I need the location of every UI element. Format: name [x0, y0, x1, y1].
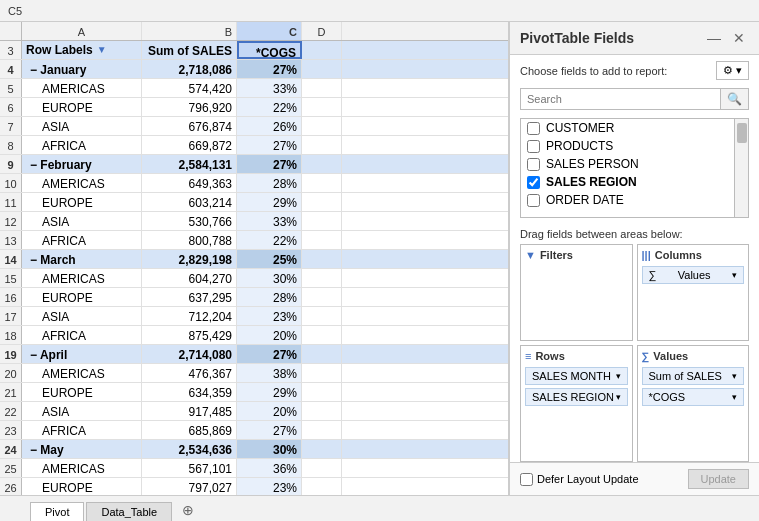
table-row: 26 EUROPE 797,027 23%	[0, 478, 508, 495]
field-checkbox[interactable]	[527, 122, 540, 135]
cell-d-25	[302, 459, 342, 477]
columns-dropdown-icon: ▾	[732, 270, 737, 280]
table-row: 22 ASIA 917,485 20%	[0, 402, 508, 421]
row-num-11: 11	[0, 193, 22, 211]
row-3-num: 3	[0, 41, 22, 59]
row-num-16: 16	[0, 288, 22, 306]
table-row: 5 AMERICAS 574,420 33%	[0, 79, 508, 98]
cell-a-24: − May	[22, 440, 142, 458]
tab-bar: Pivot Data_Table ⊕	[0, 495, 759, 521]
cell-d-12	[302, 212, 342, 230]
row-num-23: 23	[0, 421, 22, 439]
tab-pivot[interactable]: Pivot	[30, 502, 84, 521]
tab-add-button[interactable]: ⊕	[174, 499, 202, 521]
table-row: 6 EUROPE 796,920 22%	[0, 98, 508, 117]
filters-label: Filters	[540, 249, 573, 261]
values-sum-sales-item[interactable]: Sum of SALES ▾	[642, 367, 745, 385]
cell-b-16: 637,295	[142, 288, 237, 306]
row-num-24: 24	[0, 440, 22, 458]
cell-a-19: − April	[22, 345, 142, 363]
cell-b-18: 875,429	[142, 326, 237, 344]
rows-sales-month-item[interactable]: SALES MONTH ▾	[525, 367, 628, 385]
field-checkbox[interactable]	[527, 140, 540, 153]
app-container: C5 A B C D 3 Row Labels ▼ Sum of SALES *…	[0, 0, 759, 521]
col-header-d: D	[302, 22, 342, 40]
cell-a-25: AMERICAS	[22, 459, 142, 477]
cell-a-22: ASIA	[22, 402, 142, 420]
table-row: 24 − May 2,534,636 30%	[0, 440, 508, 459]
cell-a-12: ASIA	[22, 212, 142, 230]
cell-d-13	[302, 231, 342, 249]
pivot-close-button[interactable]: ✕	[729, 28, 749, 48]
col-header-a: A	[22, 22, 142, 40]
table-row: 19 − April 2,714,080 27%	[0, 345, 508, 364]
columns-label: Columns	[655, 249, 702, 261]
cell-d-8	[302, 136, 342, 154]
row-num-14: 14	[0, 250, 22, 268]
cell-a-6: EUROPE	[22, 98, 142, 116]
pivot-gear-button[interactable]: ⚙ ▾	[716, 61, 749, 80]
values-cogs-item[interactable]: *COGS ▾	[642, 388, 745, 406]
pivot-search-input[interactable]	[521, 89, 720, 109]
cell-a-11: EUROPE	[22, 193, 142, 211]
cell-c-10: 28%	[237, 174, 302, 192]
cell-d-10	[302, 174, 342, 192]
rows-sales-region-item[interactable]: SALES REGION ▾	[525, 388, 628, 406]
search-icon: 🔍	[720, 89, 748, 109]
sigma-icon: ∑	[649, 269, 657, 281]
cell-c-18: 20%	[237, 326, 302, 344]
cogs-dropdown-icon: ▾	[732, 392, 737, 402]
sales-month-dropdown-icon: ▾	[616, 371, 621, 381]
cell-d-23	[302, 421, 342, 439]
cell-d-15	[302, 269, 342, 287]
tab-data-table[interactable]: Data_Table	[86, 502, 172, 521]
cell-c-19: 27%	[237, 345, 302, 363]
field-checkbox[interactable]	[527, 176, 540, 189]
fields-scrollbar[interactable]	[734, 119, 748, 217]
defer-layout-checkbox[interactable]	[520, 473, 533, 486]
pivot-field-item[interactable]: PRODUCTS	[521, 137, 734, 155]
rows-area: ≡ Rows SALES MONTH ▾ SALES REGION ▾	[520, 345, 633, 463]
cell-c-11: 29%	[237, 193, 302, 211]
pivot-field-item[interactable]: SALES PERSON	[521, 155, 734, 173]
row-num-9: 9	[0, 155, 22, 173]
sum-sales-dropdown-icon: ▾	[732, 371, 737, 381]
cell-c-24: 30%	[237, 440, 302, 458]
filter-icon: ▼	[525, 249, 536, 261]
field-label: SALES REGION	[546, 175, 637, 189]
cell-b-8: 669,872	[142, 136, 237, 154]
cell-a-8: AFRICA	[22, 136, 142, 154]
col-header-rn	[0, 22, 22, 40]
pivot-fields-list: CUSTOMER PRODUCTS SALES PERSON SALES REG…	[520, 118, 749, 218]
pivot-field-item[interactable]: CUSTOMER	[521, 119, 734, 137]
cell-b-7: 676,874	[142, 117, 237, 135]
col-header-b: B	[142, 22, 237, 40]
cell-a-17: ASIA	[22, 307, 142, 325]
grid-body: 4 − January 2,718,086 27% 5 AMERICAS 574…	[0, 60, 508, 495]
cell-b-22: 917,485	[142, 402, 237, 420]
cell-b-11: 603,214	[142, 193, 237, 211]
columns-area: ||| Columns ∑ Values ▾	[637, 244, 750, 341]
pivot-panel-title: PivotTable Fields	[520, 30, 634, 46]
cell-b-26: 797,027	[142, 478, 237, 495]
cell-d-18	[302, 326, 342, 344]
field-checkbox[interactable]	[527, 194, 540, 207]
cell-b-12: 530,766	[142, 212, 237, 230]
update-button[interactable]: Update	[688, 469, 749, 489]
pivot-panel: PivotTable Fields — ✕ Choose fields to a…	[509, 22, 759, 495]
pivot-pin-button[interactable]: —	[703, 28, 725, 48]
cell-d-19	[302, 345, 342, 363]
cell-d-14	[302, 250, 342, 268]
field-checkbox[interactable]	[527, 158, 540, 171]
cell-b-15: 604,270	[142, 269, 237, 287]
cell-a-9: − February	[22, 155, 142, 173]
row-3-d	[302, 41, 342, 59]
cell-a-4: − January	[22, 60, 142, 78]
cell-d-22	[302, 402, 342, 420]
row-num-20: 20	[0, 364, 22, 382]
pivot-field-item[interactable]: ORDER DATE	[521, 191, 734, 209]
pivot-field-item[interactable]: SALES REGION	[521, 173, 734, 191]
table-row: 17 ASIA 712,204 23%	[0, 307, 508, 326]
cell-c-12: 33%	[237, 212, 302, 230]
columns-values-item[interactable]: ∑ Values ▾	[642, 266, 745, 284]
